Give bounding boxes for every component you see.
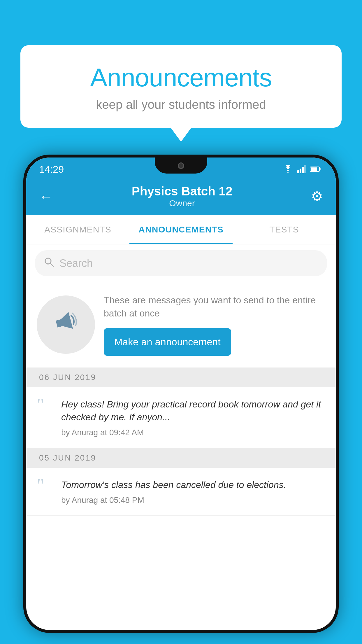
svg-rect-3 bbox=[304, 165, 306, 173]
announcement-empty-state: These are messages you want to send to t… bbox=[26, 282, 336, 368]
announcement-meta-1: by Anurag at 09:42 AM bbox=[61, 428, 325, 437]
date-separator-2: 05 JUN 2019 bbox=[26, 448, 336, 468]
svg-rect-1 bbox=[300, 169, 301, 173]
announcement-meta-2: by Anurag at 05:48 PM bbox=[61, 496, 325, 505]
tab-assignments[interactable]: ASSIGNMENTS bbox=[26, 215, 129, 244]
svg-rect-6 bbox=[320, 168, 321, 170]
signal-icon bbox=[297, 165, 306, 173]
quote-icon-1: " bbox=[37, 396, 54, 414]
announcement-content-2: Tomorrow's class has been cancelled due … bbox=[61, 478, 325, 505]
announcement-description: These are messages you want to send to t… bbox=[104, 294, 325, 320]
speech-bubble: Announcements keep all your students inf… bbox=[20, 45, 342, 128]
announcement-text-1: Hey class! Bring your practical record b… bbox=[61, 398, 325, 424]
search-box[interactable]: Search bbox=[35, 250, 327, 276]
camera bbox=[178, 162, 184, 169]
make-announcement-button[interactable]: Make an announcement bbox=[104, 328, 231, 356]
phone-container: 14:29 bbox=[23, 155, 339, 644]
phone-notch bbox=[155, 158, 207, 174]
svg-rect-2 bbox=[302, 167, 304, 173]
announcement-right: These are messages you want to send to t… bbox=[104, 294, 325, 356]
svg-rect-0 bbox=[297, 170, 299, 173]
settings-icon[interactable]: ⚙ bbox=[311, 188, 323, 204]
phone-frame: 14:29 bbox=[23, 155, 339, 633]
bubble-subtitle: keep all your students informed bbox=[35, 98, 327, 112]
phone-screen: 14:29 bbox=[26, 158, 336, 630]
announcement-item-1[interactable]: " Hey class! Bring your practical record… bbox=[26, 387, 336, 448]
announcement-item-2[interactable]: " Tomorrow's class has been cancelled du… bbox=[26, 468, 336, 516]
svg-marker-9 bbox=[55, 312, 73, 332]
megaphone-circle bbox=[37, 295, 95, 354]
tabs-container: ASSIGNMENTS ANNOUNCEMENTS TESTS bbox=[26, 215, 336, 244]
tab-tests[interactable]: TESTS bbox=[233, 215, 336, 244]
search-icon bbox=[44, 257, 54, 270]
header-subtitle: Owner bbox=[132, 198, 233, 208]
date-separator-1: 06 JUN 2019 bbox=[26, 368, 336, 387]
wifi-icon bbox=[283, 165, 293, 173]
svg-line-8 bbox=[50, 263, 53, 266]
status-icons bbox=[283, 165, 321, 173]
svg-rect-5 bbox=[311, 167, 317, 171]
battery-icon bbox=[310, 166, 321, 172]
announcement-text-2: Tomorrow's class has been cancelled due … bbox=[61, 478, 325, 491]
speech-bubble-container: Announcements keep all your students inf… bbox=[20, 45, 342, 128]
quote-icon-2: " bbox=[37, 476, 54, 495]
status-time: 14:29 bbox=[39, 164, 64, 175]
announcement-content-1: Hey class! Bring your practical record b… bbox=[61, 398, 325, 438]
megaphone-icon bbox=[47, 304, 85, 346]
search-placeholder: Search bbox=[59, 257, 93, 270]
tab-announcements[interactable]: ANNOUNCEMENTS bbox=[129, 215, 233, 244]
app-header: ← Physics Batch 12 Owner ⚙ bbox=[26, 178, 336, 215]
header-center: Physics Batch 12 Owner bbox=[132, 184, 233, 208]
search-container: Search bbox=[26, 244, 336, 282]
header-title: Physics Batch 12 bbox=[132, 184, 233, 198]
back-button[interactable]: ← bbox=[39, 188, 53, 204]
bubble-title: Announcements bbox=[35, 63, 327, 92]
